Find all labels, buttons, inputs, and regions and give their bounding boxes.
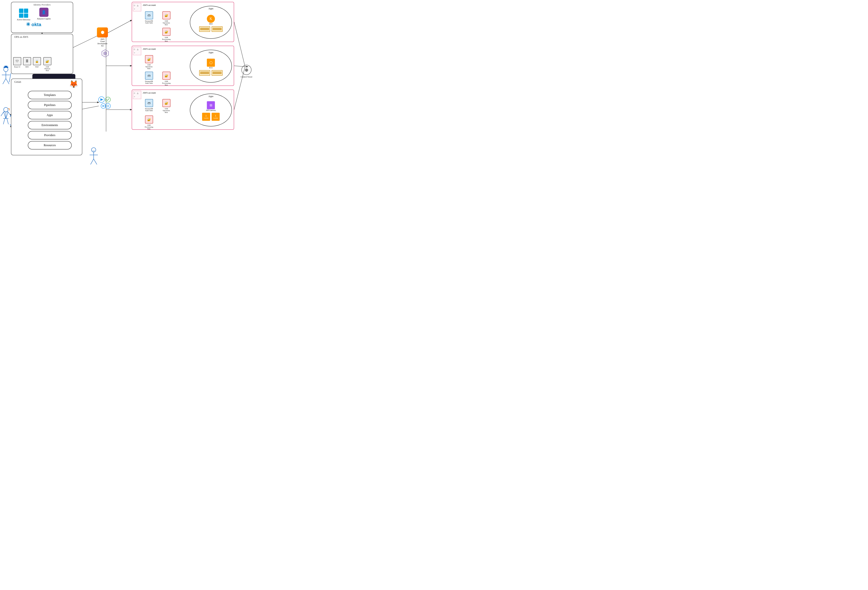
cdk-icon: ⬢ AWSCloudDevelopmentKit (97, 27, 108, 47)
lambdas: λ Lambda λ Lambda (202, 113, 220, 121)
gitlab-item-pipelines[interactable]: Pipielines (28, 101, 72, 109)
cdk-label: AWSCloudDevelopmentKit (97, 38, 107, 47)
svg-text:○: ○ (134, 52, 135, 54)
iam-prov-1-label: IAM Provisioning Role (161, 37, 171, 42)
svg-line-55 (7, 119, 9, 124)
aws-account-3: □△ ○ AWS account 🗃 DynamoDB Audit Table … (132, 90, 234, 130)
containers-2 (199, 70, 223, 76)
person-developer (0, 106, 12, 132)
waf-label: WAF (35, 66, 38, 68)
svg-text:□: □ (134, 92, 135, 94)
aws-account-2: □△ ○ AWS account 🔐 IAM Operations Role 🗃… (132, 46, 234, 86)
aws-pattern-1: □△ ○ (133, 3, 141, 11)
apigw-label: API Gateway (206, 109, 216, 111)
svg-line-54 (3, 119, 5, 124)
svg-line-61 (94, 159, 97, 165)
iam-ops-3-icon: 🔐 IAM Operations Role (161, 99, 171, 113)
svg-text:□: □ (134, 4, 135, 6)
svg-point-23 (105, 103, 111, 109)
active-directory-label: Active Directory (17, 18, 30, 21)
route53-icon: 🛡 Route 53 (13, 57, 21, 71)
gitlab-title: Gitlab (14, 80, 21, 84)
apps-oval-3: Apps ⊞ API Gateway λ Lambda λ Lambda (190, 94, 232, 127)
iam-platform-icon: 🔐 IAM Platform Role (43, 57, 52, 71)
gitlab-item-apps[interactable]: Apps (28, 111, 72, 119)
dynamodb-3-icon: 🗃 DynamoDB Audit Table (144, 99, 154, 112)
waf-icon: 🔒 WAF (33, 57, 41, 71)
iam-prov-2-icon: 🔐 IAM Provisioning Role (161, 72, 171, 86)
svg-point-45 (4, 67, 8, 72)
apps-1-label: Apps (208, 7, 213, 10)
svg-rect-44 (4, 66, 7, 67)
gitlab-item-providers[interactable]: Providers (28, 131, 72, 140)
control-tower-label: Control Tower (241, 76, 252, 78)
opa-box: OPA on AWS ⬡ Backstage 🛡 Route 53 🗄 RDS … (11, 34, 73, 74)
iam-ops-1-icon: 🔐 IAM Operations Role (161, 11, 171, 26)
gitlab-item-environments[interactable]: Environments (28, 121, 72, 129)
iam-platform-label: IAM Platform Role (43, 66, 52, 71)
svg-point-50 (4, 107, 8, 112)
terraform-icon (102, 49, 109, 59)
architecture-diagram: Identity Providers Active Directory 👤 Am… (0, 0, 256, 174)
control-tower: ⊕ Control Tower (241, 65, 252, 78)
ecs-label: ECS (209, 67, 213, 69)
svg-point-57 (92, 148, 96, 152)
svg-text:△: △ (137, 48, 139, 50)
container-2a (199, 70, 210, 76)
apps-oval-2: Apps ⬡ ECS (190, 50, 232, 82)
eks-icon: K EKS (207, 15, 215, 25)
svg-line-49 (6, 79, 9, 84)
ecs-icon: ⬡ ECS (207, 59, 215, 69)
container-1a (199, 26, 210, 32)
iam-ops-2-icon: 🔐 IAM Operations Role (144, 55, 154, 69)
idp-box: Identity Providers Active Directory 👤 Am… (11, 2, 73, 33)
eks-label: EKS (209, 23, 213, 25)
gitlab-logo: 🦊 (69, 80, 78, 88)
iam-prov-3-icon: 🔐 IAM Provisioning Role (144, 115, 154, 130)
svg-text:△: △ (137, 4, 139, 6)
gitlab-item-resources[interactable]: Resources (28, 141, 72, 150)
cognito-label: Amazon Cognito (37, 18, 51, 20)
rds-label: RDS (25, 66, 29, 68)
rds-icon: 🗄 RDS (23, 57, 31, 71)
pipeline-icons (98, 96, 112, 111)
gitlab-item-templates[interactable]: Templates (28, 91, 72, 99)
svg-text:○: ○ (134, 96, 135, 97)
opa-services: 🛡 Route 53 🗄 RDS 🔒 WAF 🔐 IAM Platform Ro… (13, 57, 52, 71)
container-1b (212, 26, 223, 32)
cognito-icon: 👤 Amazon Cognito (37, 8, 51, 20)
person-admin (0, 66, 12, 90)
iam-prov-1-icon: 🔐 IAM Provisioning Role (161, 28, 171, 42)
svg-point-21 (102, 106, 103, 106)
svg-line-1 (106, 20, 132, 34)
svg-text:□: □ (134, 48, 135, 50)
dynamodb-2-icon: 🗃 DynamoDB Audit Table (144, 72, 154, 84)
svg-line-52 (1, 112, 4, 116)
apps-oval-1: Apps K EKS (190, 6, 232, 39)
containers-1 (199, 26, 223, 32)
active-directory-icon: Active Directory (17, 9, 30, 21)
apigw-icon: ⊞ API Gateway (206, 101, 216, 111)
person-user (88, 146, 100, 171)
aws-account-3-title: AWS account (143, 91, 156, 94)
container-2b (212, 70, 223, 76)
svg-line-53 (8, 112, 11, 116)
aws-pattern-2: □△ ○ (133, 47, 141, 55)
svg-text:△: △ (137, 92, 139, 94)
opa-title: OPA on AWS (14, 35, 28, 38)
apps-3-label: Apps (208, 95, 213, 98)
gitlab-box: Gitlab 🦊 Templates Pipielines Apps Envir… (11, 79, 82, 155)
route53-label: Route 53 (14, 66, 20, 68)
iam-ops-1-label: IAM Operations Role (161, 20, 171, 26)
svg-marker-18 (100, 98, 103, 101)
svg-point-22 (103, 106, 105, 106)
svg-line-48 (3, 79, 6, 84)
aws-pattern-3: □△ ○ (133, 91, 141, 99)
aws-account-2-title: AWS account (143, 47, 156, 50)
svg-point-24 (107, 105, 109, 107)
svg-marker-16 (103, 51, 107, 56)
lambda-2-icon: λ Lambda (212, 113, 220, 121)
dynamodb-1-icon: 🗃 DynamoDB Audit Table (144, 11, 154, 24)
apps-2-label: Apps (208, 51, 213, 54)
dynamodb-1-label: DynamoDB Audit Table (144, 20, 154, 24)
